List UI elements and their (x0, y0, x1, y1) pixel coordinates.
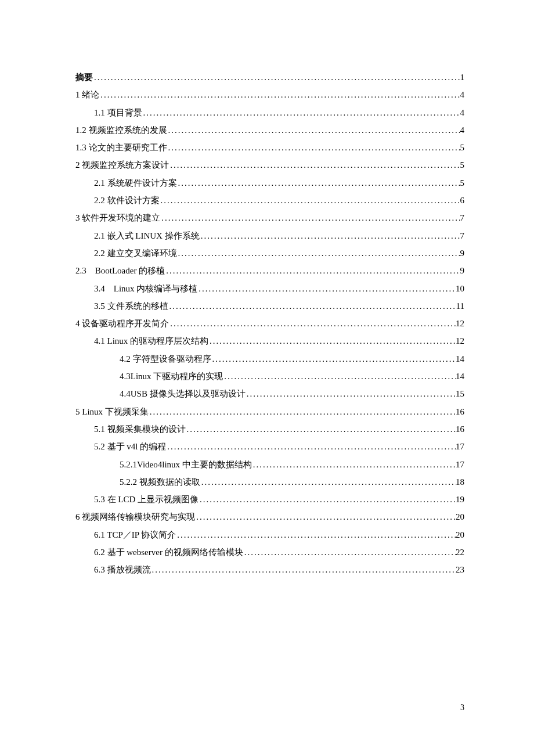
toc-page: 12 (456, 315, 464, 332)
toc-page: 20 (456, 526, 464, 543)
toc-entry: 1.2 视频监控系统的发展4 (75, 121, 464, 139)
toc-leader (177, 244, 460, 262)
toc-page: 4 (460, 121, 465, 139)
toc-title: 1.3 论文的主要研究工作 (75, 139, 167, 156)
toc-leader (167, 139, 460, 156)
toc-page: 9 (460, 244, 465, 262)
toc-title: 6.3 播放视频流 (94, 561, 151, 578)
toc-entry: 2.1 嵌入式 LINUX 操作系统7 (75, 227, 464, 244)
toc-leader (169, 315, 456, 332)
toc-page: 7 (460, 227, 465, 244)
toc-title: 5.1 视频采集模块的设计 (94, 420, 186, 438)
toc-title: 5 Linux 下视频采集 (75, 403, 149, 420)
toc-page: 17 (456, 456, 464, 473)
toc-page: 5 (460, 156, 465, 174)
toc-title: 2.1 系统硬件设计方案 (94, 174, 177, 192)
toc-entry: 1.3 论文的主要研究工作5 (75, 139, 464, 156)
toc-leader (177, 174, 460, 192)
toc-entry: 4.4USB 摄像头选择以及驱动设计15 (75, 385, 464, 402)
toc-leader (160, 192, 460, 209)
toc-leader (211, 350, 456, 368)
toc-page: 15 (456, 385, 464, 402)
toc-title: 1.1 项目背景 (94, 104, 142, 121)
toc-leader (243, 543, 456, 561)
toc-leader (200, 227, 460, 244)
toc-page: 14 (456, 350, 464, 368)
toc-page: 11 (456, 297, 464, 315)
toc-entry: 4 设备驱动程序开发简介12 (75, 315, 464, 332)
toc-page: 12 (456, 332, 464, 350)
toc-page: 4 (460, 86, 465, 103)
toc-page: 17 (456, 438, 464, 455)
toc-title: 4.2 字符型设备驱动程序 (120, 350, 211, 368)
toc-entry: 2 视频监控系统方案设计5 (75, 156, 464, 174)
toc-page: 4 (460, 104, 465, 121)
toc-title: 4 设备驱动程序开发简介 (75, 315, 169, 332)
toc-title: 4.3Linux 下驱动程序的实现 (120, 368, 223, 385)
toc-title: 6.2 基于 webserver 的视频网络传输模块 (94, 543, 243, 561)
toc-page: 1 (460, 69, 465, 86)
toc-page: 10 (456, 280, 464, 297)
toc-page: 20 (456, 508, 464, 525)
toc-title: 2.2 建立交叉编译环境 (94, 244, 177, 262)
toc-title: 摘要 (75, 69, 93, 86)
toc-title: 3 软件开发环境的建立 (75, 209, 160, 226)
toc-list: 摘要11 绪论41.1 项目背景41.2 视频监控系统的发展41.3 论文的主要… (75, 69, 464, 579)
toc-entry: 6.2 基于 webserver 的视频网络传输模块22 (75, 543, 464, 561)
toc-entry: 2.3 BootLoader 的移植9 (75, 262, 464, 279)
toc-leader (168, 297, 456, 315)
toc-entry: 4.1 Linux 的驱动程序层次结构12 (75, 332, 464, 350)
toc-entry: 5.2.2 视频数据的读取18 (75, 473, 464, 491)
toc-page: 5 (460, 139, 465, 156)
toc-page: 16 (456, 403, 464, 420)
toc-title: 3.4 Linux 内核编译与移植 (94, 280, 197, 297)
toc-entry: 4.3Linux 下驱动程序的实现14 (75, 368, 464, 385)
toc-title: 6 视频网络传输模块研究与实现 (75, 508, 195, 525)
page-number: 3 (460, 703, 464, 712)
toc-page: 19 (456, 491, 464, 508)
toc-entry: 摘要1 (75, 69, 464, 86)
toc-title: 2 视频监控系统方案设计 (75, 156, 169, 174)
toc-leader (176, 526, 456, 543)
toc-entry: 6.3 播放视频流23 (75, 561, 464, 578)
toc-leader (167, 121, 460, 139)
toc-entry: 5.1 视频采集模块的设计16 (75, 420, 464, 438)
toc-entry: 1.1 项目背景4 (75, 104, 464, 121)
toc-page: 16 (456, 420, 464, 438)
toc-entry: 2.1 系统硬件设计方案5 (75, 174, 464, 192)
toc-entry: 5.3 在 LCD 上显示视频图像19 (75, 491, 464, 508)
toc-title: 1.2 视频监控系统的发展 (75, 121, 167, 139)
toc-leader (223, 368, 456, 385)
toc-entry: 3.5 文件系统的移植11 (75, 297, 464, 315)
toc-leader (195, 508, 456, 525)
toc-entry: 1 绪论4 (75, 86, 464, 103)
toc-leader (160, 209, 460, 226)
toc-leader (186, 420, 456, 438)
toc-title: 1 绪论 (75, 86, 99, 103)
toc-leader (208, 332, 456, 350)
toc-page: 9 (460, 262, 465, 279)
toc-title: 3.5 文件系统的移植 (94, 297, 168, 315)
toc-leader (142, 104, 460, 121)
toc-page: 23 (456, 561, 464, 578)
toc-leader (200, 473, 456, 491)
toc-entry: 2.2 软件设计方案6 (75, 192, 464, 209)
toc-leader (197, 280, 456, 297)
toc-title: 5.2 基于 v4l 的编程 (94, 438, 166, 455)
toc-entry: 5.2.1Video4linux 中主要的数据结构17 (75, 456, 464, 473)
toc-page: 22 (456, 543, 464, 561)
toc-page: 5 (460, 174, 465, 192)
toc-page: 7 (460, 209, 465, 226)
toc-leader (246, 385, 456, 402)
toc-entry: 3 软件开发环境的建立7 (75, 209, 464, 226)
toc-entry: 5.2 基于 v4l 的编程17 (75, 438, 464, 455)
toc-page: 18 (456, 473, 464, 491)
toc-page: 摘要11 绪论41.1 项目背景41.2 视频监控系统的发展41.3 论文的主要… (0, 0, 534, 579)
toc-leader (151, 561, 456, 578)
toc-page: 14 (456, 368, 464, 385)
toc-title: 4.4USB 摄像头选择以及驱动设计 (120, 385, 246, 402)
toc-entry: 2.2 建立交叉编译环境9 (75, 244, 464, 262)
toc-leader (252, 456, 456, 473)
toc-leader (199, 491, 456, 508)
toc-title: 6.1 TCP／IP 协议简介 (94, 526, 176, 543)
